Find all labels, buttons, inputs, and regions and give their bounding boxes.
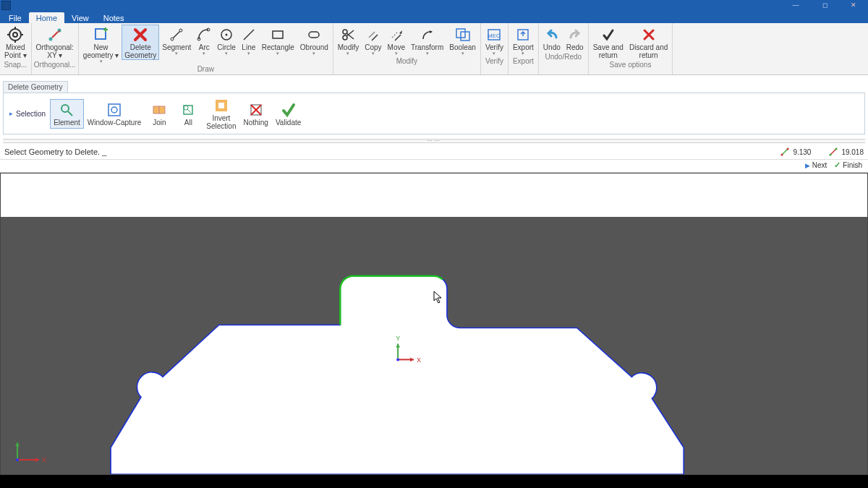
select-all-button[interactable]: All: [174, 99, 203, 129]
select-element-button[interactable]: Element: [50, 99, 84, 129]
group-draw: New geometry ▾ Delete Geometry Segment A…: [79, 23, 333, 74]
group-undoredo: Undo Redo Undo/Redo: [539, 23, 589, 74]
transform-button[interactable]: Transform: [408, 25, 446, 56]
select-join-label: Join: [153, 119, 166, 127]
coord-a-value: 9.130: [793, 148, 811, 156]
save-return-button[interactable]: Save and return: [590, 25, 626, 60]
segment-button[interactable]: Segment: [159, 25, 194, 56]
svg-point-61: [396, 358, 399, 361]
new-geometry-icon: [93, 27, 109, 43]
select-window-capture-label: Window-Capture: [88, 119, 141, 127]
play-icon: ▶: [805, 162, 810, 169]
rectangle-button[interactable]: Rectangle: [259, 25, 297, 56]
check-icon: [601, 27, 616, 43]
axis-x-label: X: [417, 356, 421, 364]
view-axis-gizmo: X: [12, 437, 48, 468]
minimize-button[interactable]: —: [781, 0, 810, 10]
svg-line-30: [392, 32, 398, 38]
orthogonal-xy-button[interactable]: Orthogonal: XY ▾: [33, 25, 77, 60]
undo-icon: [545, 27, 559, 43]
arc-button[interactable]: Arc: [194, 25, 214, 56]
svg-rect-41: [109, 104, 120, 116]
group-save-options-label: Save options: [610, 60, 652, 70]
delete-geometry-panel: Delete Geometry Selection Element Window…: [0, 75, 868, 145]
svg-line-16: [174, 32, 180, 38]
select-join-button[interactable]: Join: [145, 99, 174, 129]
svg-point-14: [171, 38, 174, 40]
group-orthogonal-label: Orthogonal...: [34, 60, 76, 70]
finish-check-icon: ✓: [834, 160, 841, 170]
ribbon: Mixed Point ▾ Snap... Orthogonal: XY ▾ O…: [0, 23, 868, 75]
svg-rect-9: [95, 29, 106, 39]
x-red-icon: [642, 27, 656, 43]
mixed-point-button[interactable]: Mixed Point ▾: [1, 25, 30, 60]
scissors-icon: [341, 27, 355, 43]
copy-icon: [366, 27, 380, 43]
modify-button[interactable]: Modify: [335, 25, 362, 56]
invert-selection-label: Invert Selection: [206, 114, 236, 130]
mixed-point-label: Mixed Point ▾: [4, 43, 27, 59]
select-window-capture-button[interactable]: Window-Capture: [84, 99, 145, 129]
panel-resize-grip[interactable]: [3, 139, 865, 143]
validate-icon: [281, 101, 297, 119]
group-export: Export Export: [509, 23, 539, 74]
move-button[interactable]: Move: [385, 25, 408, 56]
arc-icon: [197, 27, 211, 43]
svg-point-6: [48, 38, 52, 41]
verify-label: Verify: [485, 43, 503, 51]
redo-button[interactable]: Redo: [563, 25, 587, 52]
circle-button[interactable]: Circle: [214, 25, 239, 56]
svg-point-42: [111, 107, 117, 113]
group-snapping-label: Snap...: [4, 60, 27, 70]
delete-geometry-button[interactable]: Delete Geometry: [122, 25, 159, 60]
tab-file[interactable]: File: [1, 12, 29, 23]
group-undoredo-label: Undo/Redo: [545, 52, 582, 62]
next-button[interactable]: ▶Next: [805, 161, 827, 169]
letterbox-bottom: [0, 475, 868, 488]
next-label: Next: [812, 161, 827, 169]
svg-point-64: [16, 458, 19, 461]
undo-button[interactable]: Undo: [540, 25, 563, 52]
tab-notes[interactable]: Notes: [96, 12, 132, 23]
tab-view[interactable]: View: [64, 12, 96, 23]
coord-b: 19.018: [828, 147, 864, 157]
discard-return-label: Discard and return: [629, 43, 668, 59]
finish-button[interactable]: ✓Finish: [834, 160, 862, 170]
delete-geometry-label: Delete Geometry: [124, 43, 156, 59]
finish-label: Finish: [843, 161, 862, 169]
drawing-canvas[interactable]: X Y X: [0, 173, 868, 475]
selection-toggle[interactable]: Selection: [5, 110, 50, 118]
obround-icon: [307, 27, 321, 43]
mini-axis-x-label: X: [42, 456, 46, 463]
invert-selection-button[interactable]: Invert Selection: [203, 95, 239, 132]
circle-icon: [219, 27, 234, 43]
export-button[interactable]: Export: [510, 25, 537, 56]
svg-rect-23: [309, 32, 319, 38]
obround-button[interactable]: Obround: [297, 25, 331, 56]
coord-a: 9.130: [780, 147, 811, 157]
copy-button[interactable]: Copy: [362, 25, 384, 56]
select-nothing-button[interactable]: Nothing: [239, 99, 271, 129]
discard-return-button[interactable]: Discard and return: [626, 25, 671, 60]
svg-text:MEC: MEC: [488, 33, 501, 39]
svg-point-1: [13, 33, 17, 37]
move-icon: [389, 27, 404, 43]
redo-label: Redo: [566, 43, 584, 51]
maximize-button[interactable]: ◻: [810, 0, 839, 10]
verify-button[interactable]: MECVerify: [482, 25, 506, 56]
coordinate-readout: 9.130 19.018: [780, 147, 864, 157]
close-button[interactable]: ✕: [839, 0, 868, 10]
group-save-options: Save and return Discard and return Save …: [589, 23, 673, 74]
validate-button[interactable]: Validate: [272, 99, 305, 129]
svg-line-31: [395, 35, 401, 40]
tab-home[interactable]: Home: [29, 12, 64, 23]
svg-line-8: [52, 32, 58, 38]
boolean-button[interactable]: Boolean: [446, 25, 479, 56]
title-bar: — ◻ ✕: [0, 0, 868, 10]
command-prompt-text: Select Geometry to Delete.: [4, 147, 106, 156]
svg-line-40: [68, 111, 72, 116]
new-geometry-button[interactable]: New geometry ▾: [80, 25, 122, 64]
line-button[interactable]: Line: [239, 25, 259, 56]
svg-line-21: [244, 30, 254, 40]
move-label: Move: [388, 43, 405, 51]
